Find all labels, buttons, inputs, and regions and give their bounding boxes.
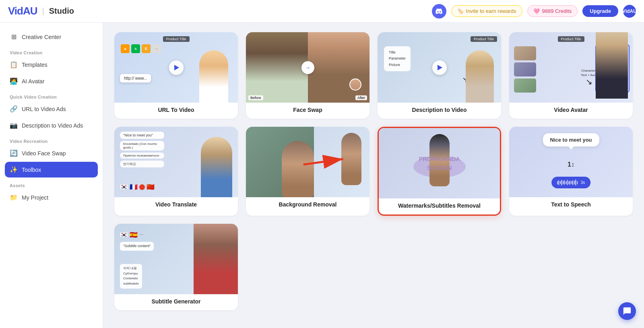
header: VidAU | Studio 🏷️ Invite to earn rewards… [0, 0, 644, 23]
after-label: After [355, 95, 367, 100]
tool-label-face-swap: Face Swap [246, 103, 369, 119]
tool-card-url-to-video[interactable]: Product Title a S E ··· http:// www... ↙ [114, 32, 238, 119]
url-product-title: Product Title [163, 36, 189, 42]
waveform [557, 179, 578, 186]
subtitle-person [194, 224, 238, 294]
section-quick-video: Quick Video Creation [5, 90, 98, 101]
cursor-indicator: 1↕ [568, 161, 574, 168]
subtitle-flags: 🇰🇷 🇪🇸 ··· [120, 231, 144, 239]
tool-label-video-avatar: Video Avatar [509, 103, 633, 119]
discord-button[interactable] [432, 4, 446, 19]
desc-params-box: TitleParameterPicture [384, 46, 411, 71]
sidebar-item-url-video-ads[interactable]: 🔗 URL to Video Ads [5, 101, 98, 117]
more-shops-icon: ··· [152, 44, 161, 53]
sidebar-item-ai-avatar[interactable]: 🧑‍💻 AI Avatar [5, 73, 98, 89]
tool-label-bg-removal: Background Removal [246, 197, 369, 213]
tool-card-description-to-video[interactable]: Product Title TitleParameterPicture ↘ De… [378, 32, 501, 119]
sidebar-label-face-swap: Video Face Swap [22, 150, 66, 157]
tool-card-background-removal[interactable]: Background Removal [246, 127, 369, 216]
sidebar-item-toolbox[interactable]: ✨ Toolbox [5, 162, 98, 177]
invite-rewards-button[interactable]: 🏷️ Invite to earn rewards [451, 5, 522, 17]
main-layout: ⊞ Creative Center Video Creation 📋 Templ… [0, 23, 644, 328]
tool-card-image-desc-to-video: Product Title TitleParameterPicture ↘ [378, 32, 501, 103]
chat-support-button[interactable] [618, 302, 636, 320]
flag-cn: 🇨🇳 [147, 183, 155, 191]
logo-divider: | [42, 6, 44, 16]
sidebar-item-my-project[interactable]: 📁 My Project [5, 190, 98, 205]
tool-card-watermarks[interactable]: PROPAGANDA SLOGAN Watermarks/Subtitles R… [378, 127, 501, 216]
templates-icon: 📋 [10, 61, 18, 68]
translate-person [201, 137, 232, 197]
section-video-recreation: Video Recreation [5, 134, 98, 145]
desc-icon: 📷 [10, 122, 18, 129]
link-icon: 🔗 [10, 105, 18, 113]
tool-card-image-bg-removal [246, 127, 369, 197]
avatar-icon: 🧑‍💻 [10, 77, 18, 85]
invite-icon: 🏷️ [457, 8, 464, 14]
amazon-icon: a [121, 44, 130, 53]
logo-vidau: VidAU [8, 5, 37, 17]
sidebar-item-creative-center[interactable]: ⊞ Creative Center [5, 29, 98, 45]
tool-card-image-video-translate: "Nice to meet you" Encantado (Con mucho … [114, 127, 238, 197]
avatar-arrow-icon: ↘ [586, 77, 592, 87]
watermark-line1: PROPAGANDA [419, 155, 460, 163]
flag-row: 🇰🇷 🇫🇷 🇨🇳 [120, 183, 155, 191]
tool-card-image-subtitle: 🇰🇷 🇪🇸 ··· "Subtitle content" 자막 내용Субтит… [114, 224, 238, 294]
tool-card-video-avatar[interactable]: Product Title Character +Text + Audio ↘ [509, 32, 633, 119]
upgrade-button[interactable]: Upgrade [582, 5, 618, 17]
tool-card-video-translate[interactable]: "Nice to meet you" Encantado (Con mucho … [114, 127, 238, 216]
swap-arrow-icon: → [301, 61, 314, 74]
tool-label-text-to-speech: Text to Speech [509, 197, 633, 213]
shopify-icon: S [131, 44, 140, 53]
tool-card-image-url-to-video: Product Title a S E ··· http:// www... ↙ [114, 32, 238, 103]
invite-label: Invite to earn rewards [466, 8, 516, 14]
credits-icon: 🩷 [533, 8, 540, 14]
tool-label-video-translate: Video Translate [114, 197, 238, 213]
tool-card-subtitle[interactable]: 🇰🇷 🇪🇸 ··· "Subtitle content" 자막 내용Субтит… [114, 224, 238, 310]
sidebar-label-ai-avatar: AI Avatar [22, 78, 45, 85]
project-icon: 📁 [10, 194, 18, 201]
tool-label-subtitle: Subtitle Generator [114, 294, 238, 310]
logo-area: VidAU | Studio [8, 5, 74, 17]
sidebar-item-templates[interactable]: 📋 Templates [5, 57, 98, 72]
grid-icon: ⊞ [10, 33, 18, 41]
tool-card-image-text-to-speech: Nice to meet you 1↕ [509, 127, 633, 197]
desc-product-title: Product Title [471, 36, 497, 42]
tool-card-image-watermarks: PROPAGANDA SLOGAN [379, 128, 500, 198]
watermark-text-area: PROPAGANDA SLOGAN [419, 155, 460, 171]
user-avatar[interactable]: VidAU [623, 5, 636, 18]
desc-person [466, 50, 494, 103]
play-button-desc[interactable] [432, 60, 447, 75]
toolbox-icon: ✨ [10, 166, 18, 173]
tool-card-face-swap[interactable]: Before After → Face Swap [246, 32, 369, 119]
subtitle-text-box: 자막 내용СубтитрыContenidosubtitulado [120, 264, 142, 289]
url-input-mock: http:// www... [120, 74, 151, 83]
tool-label-url-to-video: URL To Video [114, 103, 238, 119]
sidebar-item-video-face-swap[interactable]: 🔄 Video Face Swap [5, 145, 98, 161]
avatar-product-title: Product Title [557, 36, 584, 42]
sidebar-label-templates: Templates [22, 62, 47, 68]
flag-kr: 🇰🇷 [120, 183, 128, 191]
face-icon: 🔄 [10, 149, 18, 157]
play-button[interactable] [169, 60, 184, 75]
subtitle-more: ··· [139, 231, 144, 239]
subtitle-content-box: "Subtitle content" [120, 242, 154, 251]
tool-card-text-to-speech[interactable]: Nice to meet you 1↕ [509, 127, 633, 216]
tool-card-image-face-swap: Before After → [246, 32, 369, 103]
tool-label-desc-to-video: Description to Video [378, 103, 501, 119]
sidebar-item-desc-video-ads[interactable]: 📷 Description to Video Ads [5, 118, 98, 133]
speech-bubble: Nice to meet you [543, 133, 599, 146]
logo-studio: Studio [49, 6, 74, 16]
audio-play-button[interactable]: 3s [551, 177, 591, 188]
etsy-icon: E [142, 44, 151, 53]
tools-row-1: Product Title a S E ··· http:// www... ↙ [114, 32, 633, 119]
user-label: VidAU [622, 8, 637, 14]
content-area: Product Title a S E ··· http:// www... ↙ [103, 23, 644, 328]
subtitle-flag-kr: 🇰🇷 [120, 231, 128, 239]
credits-button[interactable]: 🩷 9889 Credits [527, 5, 578, 17]
translate-bubble-ru: Приятно познакомиться [120, 153, 164, 159]
tool-card-image-video-avatar: Product Title Character +Text + Audio ↘ [509, 32, 633, 103]
flag-fr: 🇫🇷 [130, 183, 138, 191]
shop-icons: a S E ··· [121, 44, 161, 53]
bubble-tail [568, 146, 574, 150]
